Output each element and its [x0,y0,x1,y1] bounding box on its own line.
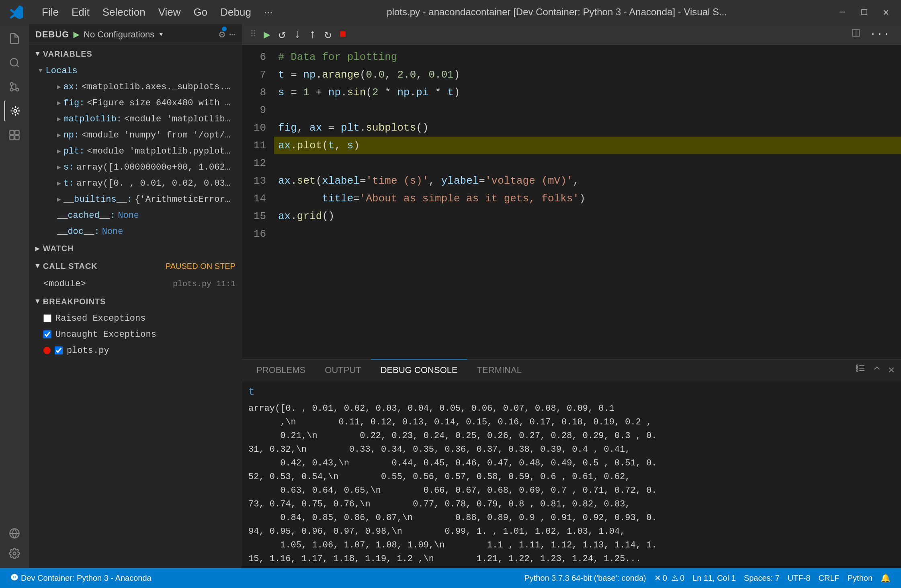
var-np-name: np: [63,130,80,140]
locals-chevron: ▼ [39,67,43,74]
stop-button[interactable]: ■ [336,27,350,42]
status-bell[interactable]: 🔔 [876,573,895,583]
variables-section-header[interactable]: ▼ VARIABLES [29,45,242,63]
locals-group[interactable]: ▼ Locals [29,63,242,79]
code-line-9[interactable] [274,101,901,119]
var-np[interactable]: ▶ np: <module 'numpy' from '/opt/conda..… [29,127,242,143]
tab-output[interactable]: OUTPUT [315,359,371,380]
status-encoding[interactable]: UTF-8 [784,574,815,583]
var-cached[interactable]: __cached__: None [29,207,242,223]
var-s[interactable]: ▶ s: array([1.00000000e+00, 1.06279052..… [29,159,242,175]
split-editor-button[interactable] [847,27,865,42]
var-matplotlib[interactable]: ▶ matplotlib: <module 'matplotlib' fro..… [29,111,242,127]
status-remote[interactable]: Dev Container: Python 3 - Anaconda [6,568,156,588]
activity-search[interactable] [4,52,25,73]
callstack-module-location: plots.py 11:1 [173,279,235,289]
activity-explorer[interactable] [4,28,25,49]
drag-handle-icon[interactable]: ⠿ [250,29,256,40]
callstack-section-header[interactable]: ▼ CALL STACK PAUSED ON STEP [29,257,242,275]
console-input-line: t [248,384,895,400]
var-builtins-value: {'ArithmeticError': <c... [135,195,235,205]
activity-extensions[interactable] [4,125,25,145]
status-errors[interactable]: ✕ 0 ⚠ 0 [650,573,688,583]
more-actions-button[interactable]: ··· [866,27,893,42]
code-line-10[interactable]: fig, ax = plt.subplots() [274,119,901,137]
console-output: array([0. , 0.01, 0.02, 0.03, 0.04, 0.05… [248,402,895,566]
panel-list-view-button[interactable] [854,362,867,378]
bp-plotspy: plots.py [29,342,242,359]
variables-content: ▼ Locals ▶ ax: <matplotlib.axes._subplot… [29,63,242,240]
maximize-button[interactable]: □ [857,5,871,19]
warning-count: 0 [680,574,684,583]
var-fig[interactable]: ▶ fig: <Figure size 640x480 with 1 Axe..… [29,95,242,111]
var-fig-expand: ▶ [57,99,61,107]
var-builtins[interactable]: ▶ __builtins__: {'ArithmeticError': <c..… [29,191,242,207]
svg-point-20 [856,367,858,369]
status-python[interactable]: Python 3.7.3 64-bit ('base': conda) [520,574,650,583]
code-lines: # Data for plotting t = np.arange(0.0, 2… [274,45,901,359]
bp-plotspy-checkbox[interactable] [55,346,63,354]
activity-debug[interactable] [4,100,25,121]
var-plt[interactable]: ▶ plt: <module 'matplotlib.pyplot' fro..… [29,143,242,159]
activity-bar [0,24,29,568]
var-fig-name: fig: [63,98,85,108]
menu-view[interactable]: View [153,4,186,20]
status-language[interactable]: Python [844,574,876,583]
tab-terminal[interactable]: TERMINAL [467,359,531,380]
debug-more-button[interactable]: ⋯ [229,28,235,41]
menu-go[interactable]: Go [188,4,213,20]
panel-collapse-button[interactable] [870,362,883,378]
bp-dot-icon [43,347,51,354]
bp-raised-checkbox[interactable] [43,314,51,322]
status-line-col[interactable]: Ln 11, Col 1 [688,574,740,583]
status-line-ending[interactable]: CRLF [815,574,844,583]
svg-point-13 [13,552,16,555]
continue-button[interactable]: ▶ [260,26,274,43]
menu-debug[interactable]: Debug [215,4,257,20]
var-t-name: t: [63,178,74,188]
bp-uncaught-checkbox[interactable] [43,330,51,338]
step-out-button[interactable]: ↑ [306,26,319,43]
code-line-8[interactable]: s = 1 + np.sin(2 * np.pi * t) [274,84,901,101]
menu-edit[interactable]: Edit [66,4,95,20]
var-ax[interactable]: ▶ ax: <matplotlib.axes._subplots.AxesS..… [29,79,242,95]
code-line-7[interactable]: t = np.arange(0.0, 2.0, 0.01) [274,66,901,84]
code-line-12[interactable] [274,154,901,172]
activity-settings[interactable] [4,543,25,564]
code-line-16[interactable] [274,225,901,243]
var-doc[interactable]: __doc__: None [29,223,242,240]
code-line-6[interactable]: # Data for plotting [274,48,901,66]
activity-source-control[interactable] [4,76,25,97]
code-line-11[interactable]: ➤ ax.plot(t, s) [274,137,901,154]
console-content[interactable]: t array([0. , 0.01, 0.02, 0.03, 0.04, 0.… [242,380,901,568]
menu-more[interactable]: ··· [258,4,278,20]
callstack-item-module[interactable]: <module> plots.py 11:1 [29,275,242,293]
breakpoints-section-header[interactable]: ▼ BREAKPOINTS [29,293,242,310]
minimize-button[interactable]: ─ [835,5,849,19]
locals-label: Locals [46,66,78,76]
tab-debug-console[interactable]: DEBUG CONSOLE [371,359,467,380]
code-line-15[interactable]: ax.grid() [274,207,901,225]
code-7-np: np [303,66,315,84]
panel-close-button[interactable]: ✕ [887,362,896,378]
activity-remote[interactable] [4,523,25,544]
menu-selection[interactable]: Selection [97,4,151,20]
code-line-14[interactable]: title='About as simple as it gets, folks… [274,190,901,207]
tab-problems[interactable]: PROBLEMS [247,359,315,380]
status-bar: Dev Container: Python 3 - Anaconda Pytho… [0,568,901,588]
step-into-button[interactable]: ↓ [291,26,304,43]
var-t[interactable]: ▶ t: array([0. , 0.01, 0.02, 0.03, 0... [29,175,242,191]
close-button[interactable]: ✕ [879,5,893,20]
debug-config-arrow[interactable]: ▾ [158,29,164,40]
var-s-value: array([1.00000000e+00, 1.06279052... [76,162,235,172]
debug-play-button[interactable]: ▶ [73,28,80,41]
debug-settings-badge [222,27,227,31]
watch-section-header[interactable]: ▶ WATCH [29,240,242,257]
step-over-button[interactable]: ↺ [275,25,289,43]
restart-button[interactable]: ↻ [321,25,335,43]
watch-section-title: WATCH [43,244,74,253]
menu-file[interactable]: File [36,4,64,20]
code-editor[interactable]: 6 7 8 9 10 11 12 13 14 15 16 # Data for … [242,45,901,359]
code-line-13[interactable]: ax.set(xlabel='time (s)', ylabel='voltag… [274,172,901,190]
status-spaces[interactable]: Spaces: 7 [740,574,784,583]
